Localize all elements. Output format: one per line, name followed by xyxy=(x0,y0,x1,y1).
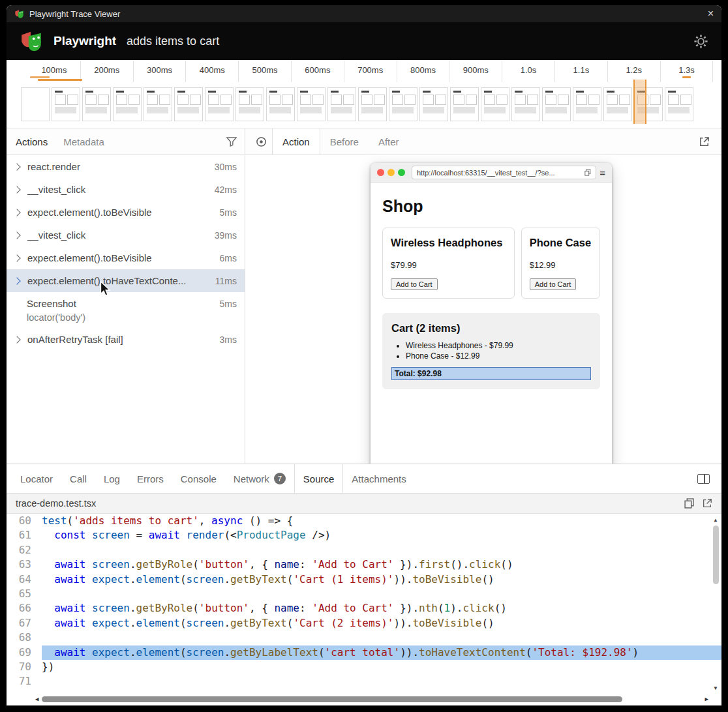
timeline-label: 1.3s xyxy=(661,60,714,82)
tab-log[interactable]: Log xyxy=(95,464,129,493)
timeline-duration-bar xyxy=(30,76,50,78)
timeline-thumbnail[interactable] xyxy=(665,87,693,121)
tab-metadata[interactable]: Metadata xyxy=(62,128,106,155)
close-icon[interactable]: × xyxy=(708,8,714,19)
thumb-cart-mark xyxy=(116,107,138,113)
action-list-item[interactable]: Screenshot5mslocator('body') xyxy=(7,292,245,328)
action-row[interactable]: __vitest_click42ms xyxy=(7,178,245,201)
action-row[interactable]: Screenshot5ms xyxy=(7,292,245,315)
vertical-scrollbar[interactable]: ▲ ▼ xyxy=(712,518,720,691)
add-to-cart-button[interactable]: Add to Cart xyxy=(391,278,438,290)
tab-console[interactable]: Console xyxy=(172,464,225,493)
copy-source-icon[interactable] xyxy=(684,498,694,509)
action-row[interactable]: expect.element().toBeVisible6ms xyxy=(7,246,245,269)
action-list-item[interactable]: __vitest_click39ms xyxy=(7,224,245,246)
tab-action[interactable]: Action xyxy=(272,128,320,155)
url-text: http://localhost:63315/__vitest_test__/?… xyxy=(417,169,581,177)
chevron-right-icon[interactable] xyxy=(13,186,20,193)
thumb-cards-mark xyxy=(239,95,264,105)
action-row[interactable]: onAfterRetryTask [fail]3ms xyxy=(7,328,245,351)
chevron-right-icon[interactable] xyxy=(13,336,20,343)
thumb-cart-mark xyxy=(576,107,598,113)
timeline-thumbnail[interactable] xyxy=(266,87,295,121)
snapshot-panel: ActionBeforeAfter http://localhost xyxy=(245,128,721,464)
scroll-up-icon[interactable]: ▲ xyxy=(714,518,718,523)
action-row[interactable]: expect.element().toBeVisible5ms xyxy=(7,201,245,224)
action-list-item[interactable]: react.render30ms xyxy=(7,155,245,178)
cart-section: Cart (2 items) Wireless Headphones - $79… xyxy=(382,313,600,389)
action-duration: 3ms xyxy=(220,334,237,345)
tab-source[interactable]: Source xyxy=(294,464,344,493)
timeline-thumbnail[interactable] xyxy=(235,87,264,121)
timeline-thumbnail[interactable] xyxy=(21,87,50,121)
timeline-thumbnail[interactable] xyxy=(52,87,80,121)
scroll-right-icon[interactable]: ▶ xyxy=(705,696,708,702)
tab-locator[interactable]: Locator xyxy=(12,464,61,493)
source-code-view[interactable]: 60test('adds items to cart', async () =>… xyxy=(7,514,721,705)
tab-call[interactable]: Call xyxy=(61,464,95,493)
action-duration: 11ms xyxy=(215,276,237,286)
action-list-item[interactable]: __vitest_click42ms xyxy=(7,178,245,201)
timeline-thumbnail[interactable] xyxy=(603,87,632,121)
scrollbar-thumb[interactable] xyxy=(42,696,622,702)
action-list-item[interactable]: expect.element().toHaveTextConte...11ms xyxy=(7,269,245,292)
timeline-thumbnail[interactable] xyxy=(144,87,172,121)
timeline-thumbnail[interactable] xyxy=(205,87,234,121)
timeline-thumbnail[interactable] xyxy=(450,87,479,121)
timeline-thumbnail[interactable] xyxy=(113,87,142,121)
action-duration: 39ms xyxy=(215,230,237,241)
timeline-thumbnail[interactable] xyxy=(82,87,111,121)
browser-menu-icon[interactable]: ≡ xyxy=(599,168,605,177)
tab-network[interactable]: Network7 xyxy=(225,464,294,493)
layout-toggle-icon[interactable] xyxy=(697,474,710,484)
action-list-item[interactable]: expect.element().toBeVisible5ms xyxy=(7,201,245,224)
chevron-right-icon[interactable] xyxy=(13,254,20,261)
filter-icon[interactable] xyxy=(226,137,237,147)
timeline-thumbnail[interactable] xyxy=(327,87,356,121)
product-price: $12.99 xyxy=(530,260,592,270)
title-bar: Playwright Trace Viewer × xyxy=(7,5,721,22)
timeline[interactable]: 100ms200ms300ms400ms500ms600ms700ms800ms… xyxy=(7,60,721,128)
timeline-thumbnail[interactable] xyxy=(297,87,326,121)
timeline-filmstrip[interactable] xyxy=(7,82,721,121)
action-list-item[interactable]: expect.element().toBeVisible6ms xyxy=(7,246,245,269)
chevron-right-icon[interactable] xyxy=(13,231,20,239)
tab-errors[interactable]: Errors xyxy=(129,464,172,493)
timeline-thumbnail[interactable] xyxy=(573,87,601,121)
action-list-item[interactable]: onAfterRetryTask [fail]3ms xyxy=(7,328,245,351)
action-row[interactable]: __vitest_click39ms xyxy=(7,224,245,246)
timeline-thumbnail[interactable] xyxy=(174,87,203,121)
action-row[interactable]: react.render30ms xyxy=(7,155,245,178)
tab-actions[interactable]: Actions xyxy=(14,128,49,155)
browser-chrome: http://localhost:63315/__vitest_test__/?… xyxy=(371,163,612,183)
action-row[interactable]: expect.element().toHaveTextConte...11ms xyxy=(7,269,245,292)
code-line: 68 xyxy=(7,630,721,645)
tab-after[interactable]: After xyxy=(369,128,409,155)
timeline-thumbnail[interactable] xyxy=(542,87,571,121)
product-name: Phone Case xyxy=(530,236,592,250)
add-to-cart-button[interactable]: Add to Cart xyxy=(530,278,577,290)
open-external-icon[interactable] xyxy=(699,136,710,147)
tab-attachments[interactable]: Attachments xyxy=(343,464,414,493)
open-source-external-icon[interactable] xyxy=(702,498,712,509)
timeline-thumbnail[interactable] xyxy=(481,87,509,121)
timeline-thumbnail[interactable] xyxy=(358,87,387,121)
scroll-down-icon[interactable]: ▼ xyxy=(714,686,718,691)
chevron-right-icon[interactable] xyxy=(13,277,20,284)
settings-gear-icon[interactable] xyxy=(693,34,708,49)
pick-locator-icon[interactable] xyxy=(256,136,267,147)
timeline-label: 200ms xyxy=(81,60,134,82)
thumb-cart-mark xyxy=(55,107,76,113)
chevron-right-icon[interactable] xyxy=(13,209,20,216)
tab-before[interactable]: Before xyxy=(320,128,369,155)
timeline-thumbnail[interactable] xyxy=(389,87,417,121)
scroll-left-icon[interactable]: ◀ xyxy=(35,696,38,702)
action-duration: 5ms xyxy=(220,299,237,309)
horizontal-scrollbar[interactable]: ◀ ▶ xyxy=(35,695,708,704)
chevron-right-icon[interactable] xyxy=(13,163,20,170)
timeline-thumbnail[interactable] xyxy=(511,87,540,121)
timeline-thumbnail[interactable] xyxy=(419,87,448,121)
traffic-light-minimize xyxy=(387,169,395,176)
thumb-cart-mark xyxy=(361,107,383,113)
copy-url-icon[interactable] xyxy=(584,169,591,176)
